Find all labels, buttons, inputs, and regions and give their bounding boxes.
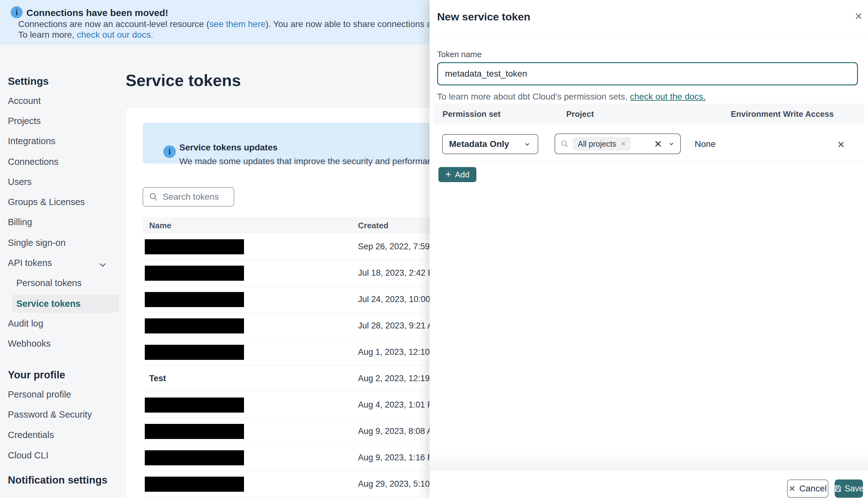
sidebar-item-credentials[interactable]: Credentials [8, 429, 54, 441]
permission-docs-caption: To learn more about dbt Cloud's permissi… [437, 92, 706, 102]
sidebar-item-projects[interactable]: Projects [8, 115, 41, 127]
footer-scroll-fade [430, 451, 868, 470]
redacted-name [145, 266, 244, 281]
redacted-name [145, 397, 244, 412]
updates-banner-title: Service tokens updates [179, 143, 278, 153]
drawer-footer: ✕ Cancel Save [430, 470, 868, 498]
created-column-header: Created [358, 221, 389, 231]
new-service-token-drawer: New service token ✕ Token name To learn … [430, 0, 868, 498]
banner-text-line2: To learn more, check out our docs. [18, 30, 153, 40]
sidebar-item-users[interactable]: Users [8, 175, 32, 188]
token-name-cell: Test [149, 374, 166, 383]
project-multiselect[interactable]: All projects ✕ ✕ [555, 133, 681, 154]
search-tokens-box[interactable] [143, 187, 234, 207]
sidebar-item-personal-tokens[interactable]: Personal tokens [16, 277, 82, 289]
chevron-down-icon [523, 140, 531, 148]
redacted-name [145, 450, 244, 466]
redacted-name [145, 239, 244, 254]
check-out-docs-link[interactable]: check out the docs. [630, 92, 706, 102]
app-window: i Connections have been moved! Connectio… [0, 0, 868, 498]
search-tokens-input[interactable] [163, 192, 232, 202]
token-name-label: Token name [437, 50, 482, 60]
name-column-header: Name [149, 221, 171, 231]
sidebar-item-connections[interactable]: Connections [8, 155, 58, 168]
info-icon: i [163, 145, 176, 158]
sidebar-item-api-tokens[interactable]: API tokens [8, 257, 52, 269]
banner-line2-pre: To learn more, [18, 30, 77, 40]
notification-settings-heading: Notification settings [8, 474, 107, 486]
permission-set-column-header: Permission set [443, 109, 501, 119]
your-profile-heading: Your profile [8, 369, 65, 381]
add-permission-button[interactable]: + Add [438, 167, 476, 182]
close-icon: ✕ [789, 484, 796, 494]
info-icon: i [11, 6, 23, 18]
sidebar-item-personal-profile[interactable]: Personal profile [8, 388, 71, 401]
token-name-input[interactable] [437, 62, 858, 86]
close-icon[interactable]: ✕ [852, 10, 866, 23]
redacted-name [145, 345, 244, 360]
redacted-name [145, 477, 244, 492]
sidebar-item-service-tokens[interactable]: Service tokens [16, 297, 81, 310]
search-icon [149, 192, 158, 201]
save-button[interactable]: Save [835, 480, 863, 498]
env-write-access-value: None [695, 139, 716, 149]
chip-remove-icon[interactable]: ✕ [620, 140, 626, 147]
env-write-access-column-header: Environment Write Access [731, 109, 834, 119]
redacted-name [145, 318, 244, 333]
cancel-button[interactable]: ✕ Cancel [787, 480, 828, 498]
banner-title: Connections have been moved! [26, 8, 168, 18]
redacted-name [145, 424, 244, 439]
save-icon [834, 485, 842, 493]
permissions-table-header: Permission set Project Environment Write… [433, 104, 864, 124]
check-docs-link[interactable]: check out our docs. [77, 30, 153, 40]
sidebar-item-integrations[interactable]: Integrations [8, 135, 56, 147]
project-column-header: Project [566, 109, 594, 119]
permission-set-value: Metadata Only [449, 139, 523, 149]
sidebar-item-single-sign-on[interactable]: Single sign-on [8, 236, 66, 249]
remove-row-icon[interactable]: ✕ [834, 137, 848, 151]
see-them-here-link[interactable]: see them here [209, 19, 266, 29]
redacted-name [145, 292, 244, 307]
chip-label: All projects [578, 140, 616, 148]
sidebar-item-groups-licenses[interactable]: Groups & Licenses [8, 196, 85, 208]
sidebar-item-account[interactable]: Account [8, 94, 41, 107]
settings-heading: Settings [8, 75, 49, 88]
sidebar-item-webhooks[interactable]: Webhooks [8, 337, 51, 350]
search-icon [560, 140, 569, 148]
chevron-down-icon[interactable] [668, 140, 675, 147]
plus-icon: + [445, 169, 451, 179]
sidebar-item-cloud-cli[interactable]: Cloud CLI [8, 449, 48, 462]
banner-line1-pre: Connections are now an account-level res… [18, 19, 209, 29]
save-button-label: Save [844, 484, 864, 494]
permission-set-select[interactable]: Metadata Only [442, 134, 538, 154]
page-title: Service tokens [126, 71, 241, 90]
all-projects-chip[interactable]: All projects ✕ [573, 137, 631, 151]
drawer-header-divider [430, 36, 868, 37]
permission-row-divider [433, 161, 864, 161]
sidebar-item-billing[interactable]: Billing [8, 216, 32, 228]
add-button-label: Add [455, 170, 470, 180]
clear-selection-icon[interactable]: ✕ [654, 139, 662, 149]
cancel-button-label: Cancel [799, 484, 827, 494]
chevron-down-icon[interactable] [97, 259, 108, 270]
docs-caption-text: To learn more about dbt Cloud's permissi… [437, 92, 630, 102]
drawer-title: New service token [437, 11, 530, 23]
sidebar-item-audit-log[interactable]: Audit log [8, 317, 43, 330]
sidebar-item-password-security[interactable]: Password & Security [8, 408, 92, 421]
